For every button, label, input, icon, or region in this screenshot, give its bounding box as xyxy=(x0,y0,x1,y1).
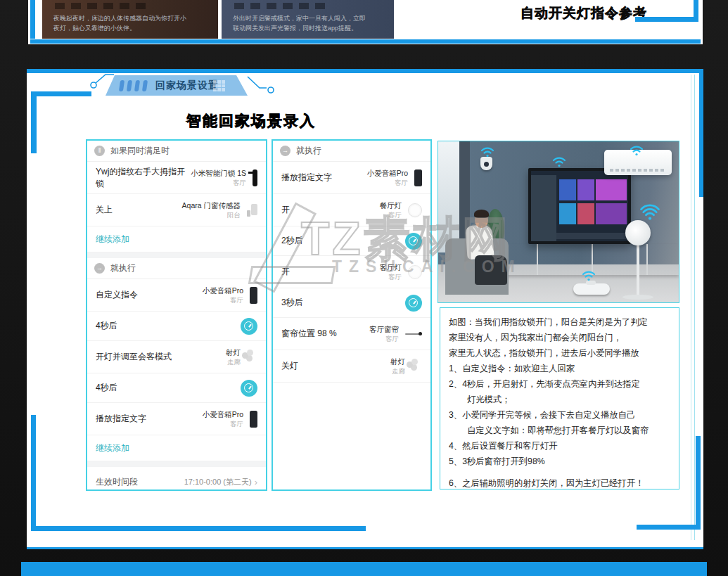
device-location: 客厅 xyxy=(385,334,399,343)
action-row-spotlight-on[interactable]: 开灯并调至会客模式 射灯 走廊 xyxy=(87,341,266,373)
device-location: 客厅 xyxy=(233,178,246,187)
cutoff-title-decoration xyxy=(55,3,150,9)
section-separator xyxy=(87,461,266,467)
device-location: 客厅 xyxy=(388,210,402,219)
action-row-delay[interactable]: 4秒后 xyxy=(87,373,266,403)
blue-border-bottom xyxy=(27,547,703,549)
person xyxy=(465,224,494,260)
effective-period-row[interactable]: 生效时间段 17:10-0:00 (第二天) › xyxy=(87,467,266,491)
row-action-label: Ywj的指纹右手大拇指开锁 xyxy=(96,166,191,190)
cutoff-title-decoration xyxy=(234,3,327,9)
row-action-label: 2秒后 xyxy=(281,235,405,247)
device-name: 射灯 xyxy=(390,357,405,366)
bottom-blue-bar xyxy=(21,562,707,576)
wifi-icon xyxy=(628,143,645,157)
section-header-if: ‖ 如果同时满足时 xyxy=(87,141,266,162)
row-action-label: 关灯 xyxy=(281,360,390,372)
main-panel: 回家场景设置 智能回家场景录入 ‖ 如果同时满足时 Ywj的指纹右手大拇指开锁 … xyxy=(27,69,703,549)
wifi-icon xyxy=(479,144,496,158)
window xyxy=(438,141,459,252)
section-separator xyxy=(87,252,266,258)
device-name: Aqara 门窗传感器 xyxy=(182,201,241,210)
curtain-icon xyxy=(405,330,422,338)
condition-row-door-sensor[interactable]: 关上 Aqara 门窗传感器 阳台 xyxy=(87,194,266,226)
security-camera xyxy=(480,157,492,170)
note-line: 4、然后设置餐厅和客厅灯开 xyxy=(449,439,670,454)
explanation-notes-box: 如图：当我们用指纹锁开门，阳台是关闭是为了判定 家里没有人，因为我家出门都会关闭… xyxy=(440,307,679,489)
device-location: 走廊 xyxy=(227,357,241,366)
section-header-then: → 就执行 xyxy=(87,258,266,279)
action-row-dining-light-on[interactable]: 开 餐厅灯 客厅 xyxy=(273,194,430,226)
device-name: 小爱音箱Pro xyxy=(203,286,243,295)
add-more-link[interactable]: 继续添加 xyxy=(87,226,266,252)
device-location: 客厅 xyxy=(388,272,402,281)
row-action-label: 开 xyxy=(281,266,380,278)
device-location: 阳台 xyxy=(227,210,241,219)
action-row-living-light-on[interactable]: 开 客厅灯 客厅 xyxy=(273,256,430,288)
thin-cyan-line xyxy=(691,75,691,540)
fan-base xyxy=(622,295,653,300)
action-row-play-text[interactable]: 播放指定文字 小爱音箱Pro 客厅 xyxy=(87,403,266,435)
standing-fan xyxy=(625,220,651,245)
automation-panel-conditions: ‖ 如果同时满足时 Ywj的指纹右手大拇指开锁 小米智能门锁 1S 客厅 关上 … xyxy=(86,139,267,491)
row-action-label: 开灯并调至会客模式 xyxy=(96,351,226,363)
action-row-custom-command[interactable]: 自定义指令 小爱音箱Pro 客厅 xyxy=(87,279,266,312)
note-line: 家里无人状态，指纹锁开门，进去后小爱同学播放 xyxy=(449,346,670,361)
effective-period-value: 17:10-0:00 (第二天) xyxy=(184,477,252,487)
tv-screen xyxy=(531,171,628,241)
execute-arrow-icon: → xyxy=(280,146,290,156)
timer-icon xyxy=(241,380,257,397)
note-line: 如图：当我们用指纹锁开门，阳台是关闭是为了判定 xyxy=(449,315,670,330)
note-line: 6、之后辅助照明的射灯关闭，因为主灯已经打开！ xyxy=(449,476,670,491)
section-label: 就执行 xyxy=(296,145,321,157)
device-name: 小爱音箱Pro xyxy=(367,169,408,178)
wifi-icon xyxy=(551,154,568,168)
section-label: 就执行 xyxy=(110,262,136,274)
robot-vacuum xyxy=(573,283,610,295)
note-line: 灯光模式； xyxy=(449,392,670,407)
page: 夜晚起夜时，床边的人体传感器自动为你打开小 夜灯，贴心又靠谱的小伙伴。 外出时开… xyxy=(0,0,728,576)
device-location: 走廊 xyxy=(392,366,405,376)
condition-row-fingerprint[interactable]: Ywj的指纹右手大拇指开锁 小米智能门锁 1S 客厅 xyxy=(87,162,266,194)
device-name: 客厅灯 xyxy=(380,263,402,272)
row-action-label: 4秒后 xyxy=(96,320,241,332)
note-line: 1、自定义指令：如欢迎主人回家 xyxy=(449,361,670,376)
note-line: 自定义文字如：即将帮您打开客餐厅灯以及窗帘 xyxy=(449,423,670,438)
spotlights-icon xyxy=(411,359,418,365)
ceiling-lamp-icon xyxy=(408,203,422,217)
tip-text-line: 夜晚起夜时，床边的人体传感器自动为你打开小 xyxy=(53,13,207,23)
wifi-icon xyxy=(639,203,660,222)
device-name: 小爱音箱Pro xyxy=(203,410,243,419)
smart-speaker-icon xyxy=(414,169,422,186)
action-row-curtain-position[interactable]: 窗帘位置 98 % 客厅窗帘 客厅 xyxy=(273,318,430,350)
tip-text-line: 外出时开启警戒模式，家中一旦有人闯入，立即 xyxy=(233,13,383,23)
timer-icon xyxy=(405,233,422,250)
tip-card-night-light: 夜晚起夜时，床边的人体传感器自动为你打开小 夜灯，贴心又靠谱的小伙伴。 xyxy=(42,0,218,39)
person-head xyxy=(475,212,488,228)
execute-arrow-icon: → xyxy=(94,263,105,274)
action-row-delay[interactable]: 3秒后 xyxy=(273,288,430,318)
tip-text-line: 夜灯，贴心又靠谱的小伙伴。 xyxy=(53,23,207,33)
device-location: 客厅 xyxy=(230,295,243,305)
action-row-spotlight-off[interactable]: 关灯 射灯 走廊 xyxy=(273,350,430,383)
row-action-label: 开 xyxy=(281,204,380,216)
device-name: 餐厅灯 xyxy=(380,201,402,210)
section-header-then: → 就执行 xyxy=(273,141,430,162)
row-action-label: 4秒后 xyxy=(96,382,241,394)
action-row-delay[interactable]: 2秒后 xyxy=(273,226,430,256)
note-line: 2、4秒后，开启射灯，先渐变点亮室内并到达指定 xyxy=(449,377,670,392)
person-legs xyxy=(475,255,507,285)
fan-pole xyxy=(637,245,639,297)
add-more-link[interactable]: 继续添加 xyxy=(87,435,266,461)
timer-icon xyxy=(405,295,422,312)
action-row-play-text[interactable]: 播放指定文字 小爱音箱Pro 客厅 xyxy=(273,162,430,194)
smart-speaker-icon xyxy=(250,411,257,428)
blue-corner-accent xyxy=(635,17,698,22)
action-row-delay[interactable]: 4秒后 xyxy=(87,312,266,341)
row-action-label: 播放指定文字 xyxy=(281,172,367,184)
wifi-icon xyxy=(580,268,597,282)
previous-section-strip: 夜晚起夜时，床边的人体传感器自动为你打开小 夜灯，贴心又靠谱的小伙伴。 外出时开… xyxy=(28,0,703,44)
spotlights-icon xyxy=(247,350,253,356)
tip-card-guard-mode: 外出时开启警戒模式，家中一旦有人闯入，立即 联动网关发出声光警报，同时推送app… xyxy=(222,0,394,39)
thin-cyan-line xyxy=(694,75,695,540)
